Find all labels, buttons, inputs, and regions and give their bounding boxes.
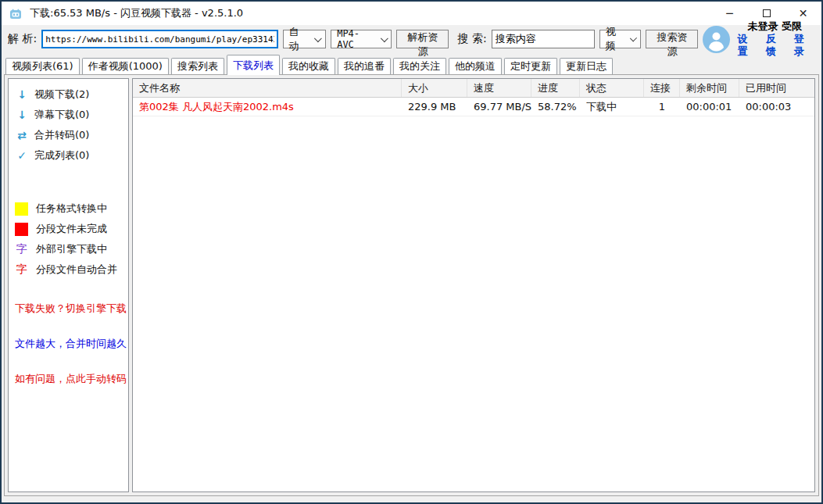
tab-bar: 视频列表(61) 作者视频(1000) 搜索列表 下载列表 我的收藏 我的追番 … [2,53,821,74]
red-swatch [15,223,28,236]
search-type-value: 视频 [606,25,624,53]
sidebar: ↓ 视频下载(2) ↓ 弹幕下载(0) ⇄ 合并转码(0) ✓ 完成列表(0) … [8,78,129,492]
tab-author-videos[interactable]: 作者视频(1000) [82,58,169,74]
search-resource-button[interactable]: 搜索资源 [646,30,698,48]
legend-item-segment-incomplete: 分段文件未完成 [9,219,128,239]
tab-scheduled-update[interactable]: 定时更新 [504,58,557,74]
maximize-icon [763,9,771,17]
cell-size: 229.9 MB [402,101,467,113]
cell-speed: 69.77 MB/S [467,101,531,113]
legend-label: 分段文件未完成 [36,222,107,236]
cell-progress: 58.72% [531,101,580,113]
sidebar-item-label: 弹幕下载(0) [34,108,89,122]
tips: 下载失败？切换引擎下载 文件越大，合并时间越久 如有问题，点此手动转码 [9,302,128,386]
download-arrow-icon: ↓ [16,88,27,101]
yellow-swatch [15,202,28,216]
legend-label: 外部引擎下载中 [36,242,107,256]
legend-item-external-engine: 字 外部引擎下载中 [9,239,128,259]
content-area: ↓ 视频下载(2) ↓ 弹幕下载(0) ⇄ 合并转码(0) ✓ 完成列表(0) … [4,74,819,496]
sidebar-item-video-download[interactable]: ↓ 视频下载(2) [9,84,128,105]
chevron-down-icon [630,34,637,41]
app-window: 下载:65.53 MB/s - 闪豆视频下载器 - v2.5.1.0 ─ ✕ 解… [0,0,823,504]
login-status: 未登录 受限 [747,20,802,33]
tab-changelog[interactable]: 更新日志 [560,58,613,74]
app-logo-icon [9,6,23,20]
swap-arrows-icon: ⇄ [16,129,27,141]
column-header-elapsed[interactable]: 已用时间 [739,79,814,97]
legend-item-transcoding: 任务格式转换中 [9,198,128,219]
chevron-down-icon [314,34,322,42]
tip-switch-engine[interactable]: 下载失败？切换引擎下载 [9,302,128,316]
avatar[interactable] [703,26,730,53]
format-value: MP4-AVC [337,28,374,50]
column-header-status[interactable]: 状态 [580,79,644,97]
tip-manual-transcode[interactable]: 如有问题，点此手动转码 [9,372,128,386]
tab-search-list[interactable]: 搜索列表 [171,58,224,74]
title-bar: 下载:65.53 MB/s - 闪豆视频下载器 - v2.5.1.0 ─ ✕ [2,2,821,25]
parse-resource-button[interactable]: 解析资源 [396,30,449,48]
tab-video-list[interactable]: 视频列表(61) [5,58,80,74]
account-area: 未登录 受限 设置 反馈 登录 [703,20,815,58]
tab-my-follows[interactable]: 我的关注 [393,58,446,74]
column-header-progress[interactable]: 进度 [531,79,580,97]
tab-download-list[interactable]: 下载列表 [227,55,280,75]
tab-his-channel[interactable]: 他的频道 [449,58,502,74]
sidebar-item-label: 视频下载(2) [34,88,89,102]
toolbar: 解 析: 自动 MP4-AVC 解析资源 搜 索: 视频 搜索资源 [2,25,821,53]
chevron-down-icon [381,34,388,42]
column-header-size[interactable]: 大小 [402,79,467,97]
sidebar-item-label: 合并转码(0) [34,128,89,142]
legend-label: 分段文件自动合并 [36,263,117,277]
search-label: 搜 索: [457,32,486,46]
parse-label: 解 析: [8,32,37,46]
column-header-speed[interactable]: 速度 [467,79,531,97]
column-header-remaining[interactable]: 剩余时间 [680,79,739,97]
legend-item-auto-merge: 字 分段文件自动合并 [9,259,128,280]
account-info: 未登录 受限 设置 反馈 登录 [737,20,812,58]
cell-filename: 第002集 凡人风起天南2002.m4s [133,100,402,114]
url-input[interactable] [41,30,277,48]
search-input[interactable] [492,30,595,48]
table-header: 文件名称 大小 速度 进度 状态 连接 剩余时间 已用时间 [133,79,814,98]
tip-merge-time: 文件越大，合并时间越久 [9,337,128,351]
char-purple-icon: 字 [15,242,28,256]
tab-favorites[interactable]: 我的收藏 [282,58,335,74]
auto-mode-value: 自动 [289,25,309,53]
tab-my-bangumi[interactable]: 我的追番 [338,58,391,74]
check-icon: ✓ [16,149,27,162]
table-row[interactable]: 第002集 凡人风起天南2002.m4s 229.9 MB 69.77 MB/S… [133,98,814,116]
column-header-connections[interactable]: 连接 [644,79,680,97]
char-red-icon: 字 [15,263,28,277]
column-header-filename[interactable]: 文件名称 [133,79,402,97]
cell-remaining: 00:00:01 [680,101,739,113]
sidebar-item-danmaku-download[interactable]: ↓ 弹幕下载(0) [9,105,128,125]
search-type-select[interactable]: 视频 [599,30,642,48]
download-table: 文件名称 大小 速度 进度 状态 连接 剩余时间 已用时间 第002集 凡人风起… [132,78,815,492]
cell-elapsed: 00:00:03 [739,101,814,113]
cell-connections: 1 [644,101,680,113]
legend-label: 任务格式转换中 [36,202,107,216]
download-arrow-icon: ↓ [16,109,27,121]
cell-status: 下载中 [580,100,644,114]
sidebar-item-merge-transcode[interactable]: ⇄ 合并转码(0) [9,125,128,145]
format-select[interactable]: MP4-AVC [331,30,392,48]
window-title: 下载:65.53 MB/s - 闪豆视频下载器 - v2.5.1.0 [30,6,243,20]
sidebar-item-label: 完成列表(0) [34,148,89,163]
auto-mode-select[interactable]: 自动 [283,30,327,48]
legend: 任务格式转换中 分段文件未完成 字 外部引擎下载中 字 分段文件自动合并 [9,198,128,280]
sidebar-item-completed-list[interactable]: ✓ 完成列表(0) [9,145,128,166]
